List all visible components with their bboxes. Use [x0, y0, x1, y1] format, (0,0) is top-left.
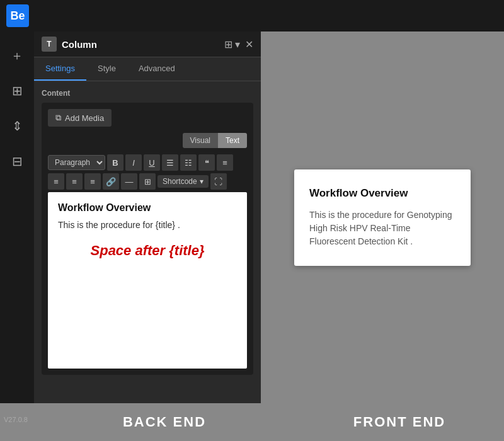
- table-button[interactable]: ⊞: [139, 173, 156, 190]
- template-icon[interactable]: ⊟: [6, 150, 28, 173]
- add-media-icon: ⧉: [55, 113, 61, 123]
- editor-body-text: This is the procedure for {title} .: [58, 220, 237, 230]
- align-center-button[interactable]: ≡: [66, 173, 83, 190]
- editor-red-shortcode: Space after {title}: [58, 243, 237, 259]
- editor-area[interactable]: Workflow Overview This is the procedure …: [48, 192, 247, 369]
- underline-button[interactable]: U: [144, 154, 160, 171]
- panel-element-icon: T: [42, 37, 57, 52]
- add-element-icon[interactable]: ＋: [6, 44, 28, 67]
- tab-style[interactable]: Style: [86, 57, 127, 81]
- shortcode-button[interactable]: Shortcode ▾: [158, 175, 209, 188]
- view-toggle: Visual Text: [183, 133, 247, 148]
- main-area: ＋ ⊞ ⇕ ⊟ T Column ⊞ ▾ ✕ Settings Style Ad…: [0, 32, 504, 403]
- blockquote-button[interactable]: ❝: [198, 154, 215, 171]
- preview-card: Workflow Overview This is the procedure …: [294, 169, 471, 266]
- toolbar-row-2: ≡ ≡ ≡ 🔗 ― ⊞ Shortcode ▾ ⛶: [48, 173, 247, 190]
- back-end-label-area: BACK END: [34, 403, 295, 441]
- content-section-label: Content: [42, 89, 253, 98]
- panel-header-icons: ⊞ ▾ ✕: [224, 38, 253, 50]
- left-sidebar: ＋ ⊞ ⇕ ⊟: [0, 32, 34, 403]
- horizontal-rule-button[interactable]: ―: [121, 173, 137, 190]
- tab-advanced[interactable]: Advanced: [127, 57, 186, 81]
- paragraph-select[interactable]: Paragraph: [48, 155, 105, 170]
- panel-area: T Column ⊞ ▾ ✕ Settings Style Advanced C…: [34, 32, 261, 403]
- preview-body-text: This is the procedure for Genotyping Hig…: [309, 209, 455, 248]
- add-media-label: Add Media: [65, 113, 104, 123]
- be-logo: Be: [6, 4, 29, 27]
- align-right-button[interactable]: ≡: [84, 173, 101, 190]
- panel-body: Content ⧉ Add Media Visual Text: [34, 81, 261, 403]
- toolbar-row-1: Paragraph B I U ☰ ☷ ❝ ≡: [48, 154, 247, 171]
- panel-header: T Column ⊞ ▾ ✕: [34, 32, 261, 57]
- add-media-button[interactable]: ⧉ Add Media: [48, 109, 112, 127]
- visual-toggle-btn[interactable]: Visual: [183, 133, 218, 148]
- link-button[interactable]: 🔗: [103, 173, 119, 190]
- align-button[interactable]: ≡: [217, 154, 233, 171]
- panel-layout-btn[interactable]: ⊞ ▾: [224, 38, 240, 50]
- bold-button[interactable]: B: [107, 154, 123, 171]
- ordered-list-button[interactable]: ☷: [180, 154, 197, 171]
- panel-title: Column: [62, 39, 219, 50]
- content-section: ⧉ Add Media Visual Text Paragraph B I U: [42, 103, 253, 375]
- bottom-labels: BACK END FRONT END: [0, 403, 504, 441]
- preview-heading: Workflow Overview: [309, 187, 455, 200]
- top-bar: Be: [0, 0, 504, 32]
- version-label: V27.0.8: [4, 416, 28, 423]
- fullscreen-button[interactable]: ⛶: [210, 173, 227, 190]
- front-end-label-area: FRONT END: [295, 403, 504, 441]
- media-toggle-row: ⧉ Add Media Visual Text: [48, 109, 247, 154]
- italic-button[interactable]: I: [125, 154, 142, 171]
- shortcode-chevron: ▾: [200, 177, 203, 186]
- unordered-list-button[interactable]: ☰: [162, 154, 178, 171]
- text-toggle-btn[interactable]: Text: [218, 133, 247, 148]
- tabs-bar: Settings Style Advanced: [34, 57, 261, 81]
- front-end-preview-area: Workflow Overview This is the procedure …: [261, 32, 504, 403]
- import-export-icon[interactable]: ⇕: [6, 115, 28, 137]
- tab-settings[interactable]: Settings: [34, 57, 86, 81]
- front-end-label: FRONT END: [353, 414, 445, 430]
- shortcode-label: Shortcode: [163, 177, 197, 186]
- align-left-button[interactable]: ≡: [48, 173, 64, 190]
- layout-icon[interactable]: ⊞: [6, 79, 28, 102]
- editor-heading: Workflow Overview: [58, 202, 237, 214]
- back-end-label: BACK END: [123, 414, 206, 430]
- panel-close-btn[interactable]: ✕: [245, 38, 253, 50]
